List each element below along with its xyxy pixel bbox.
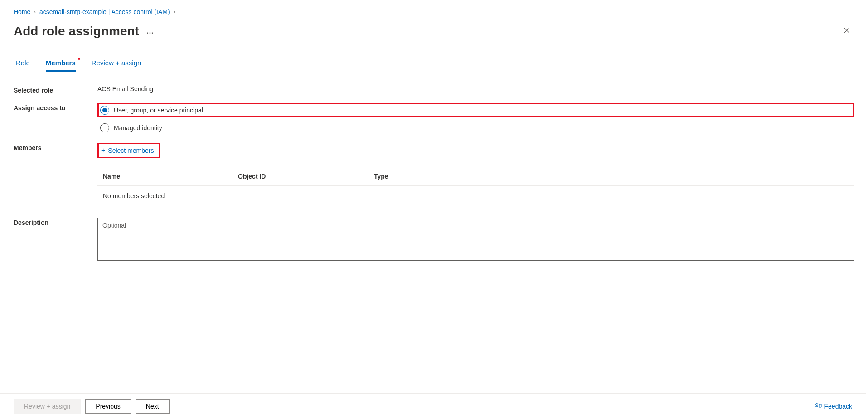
plus-icon: +: [101, 146, 105, 155]
members-label: Members: [14, 143, 97, 151]
tab-members-label: Members: [46, 59, 76, 67]
assign-access-label: Assign access to: [14, 103, 97, 112]
tab-review[interactable]: Review + assign: [92, 59, 141, 72]
col-header-type: Type: [374, 173, 854, 180]
breadcrumb-home[interactable]: Home: [14, 8, 30, 15]
col-header-objectid: Object ID: [238, 173, 374, 180]
notification-dot-icon: [78, 58, 80, 60]
tab-role[interactable]: Role: [16, 59, 30, 72]
table-row-empty: No members selected: [97, 186, 854, 206]
page-title-text: Add role assignment: [14, 24, 139, 39]
page-title: Add role assignment …: [14, 24, 154, 39]
assign-access-radio-group: User, group, or service principal Manage…: [97, 103, 854, 134]
more-menu-icon[interactable]: …: [146, 27, 154, 35]
breadcrumb-resource[interactable]: acsemail-smtp-example | Access control (…: [39, 8, 170, 15]
members-table: Name Object ID Type No members selected: [97, 167, 854, 206]
select-members-label: Select members: [108, 147, 154, 154]
description-label: Description: [14, 218, 97, 226]
description-input[interactable]: [97, 218, 854, 261]
close-icon: [844, 27, 850, 34]
radio-user-label: User, group, or service principal: [114, 107, 203, 114]
radio-option-user[interactable]: User, group, or service principal: [97, 103, 854, 117]
radio-managed-label: Managed identity: [114, 124, 162, 132]
table-header: Name Object ID Type: [97, 167, 854, 186]
chevron-right-icon: ›: [34, 9, 36, 15]
selected-role-label: Selected role: [14, 85, 97, 94]
radio-option-managed[interactable]: Managed identity: [97, 122, 854, 134]
selected-role-value: ACS Email Sending: [97, 85, 854, 93]
radio-user-input[interactable]: [100, 106, 109, 115]
chevron-right-icon: ›: [174, 9, 175, 15]
select-members-button[interactable]: + Select members: [101, 146, 154, 155]
close-button[interactable]: [839, 24, 854, 39]
radio-managed-input[interactable]: [100, 123, 109, 132]
breadcrumb: Home › acsemail-smtp-example | Access co…: [14, 5, 854, 19]
tab-members[interactable]: Members: [46, 59, 76, 72]
tabs: Role Members Review + assign: [14, 59, 854, 72]
col-header-name: Name: [97, 173, 238, 180]
